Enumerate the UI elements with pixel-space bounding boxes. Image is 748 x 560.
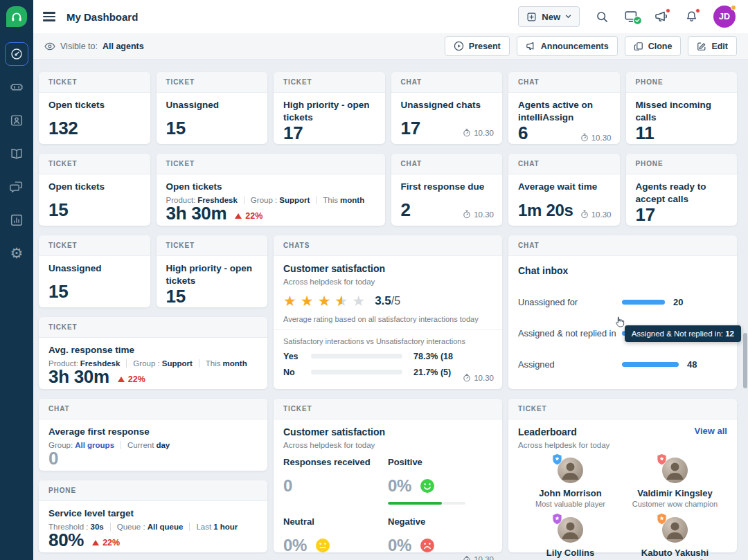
user-avatar[interactable]: JD — [713, 6, 736, 28]
sidebar-item-chat[interactable] — [5, 175, 28, 199]
announcements-button[interactable]: Announcements — [517, 36, 618, 56]
search-icon[interactable] — [594, 9, 609, 24]
view-all-link[interactable]: View all — [695, 426, 727, 436]
leaderboard-person: John Morrison Most valuable player — [518, 458, 623, 508]
chat-icon — [9, 179, 24, 195]
metric-value: 2 — [401, 201, 411, 219]
avatar-status-dot — [731, 5, 736, 10]
gear-icon: ⚙ — [10, 246, 24, 261]
timer-icon — [463, 128, 471, 137]
sidebar-item-tickets[interactable] — [5, 75, 28, 99]
dashboard-main: TICKET Open tickets 132 TICKET Unassigne… — [33, 60, 748, 560]
star-rating: ★★★★★★ — [283, 294, 365, 309]
metric-value: 17 — [283, 124, 303, 142]
header: My Dashboard New — [33, 0, 748, 33]
neutral-face-icon — [315, 538, 330, 553]
card-unassigned-tickets: TICKET Unassigned 15 — [157, 72, 268, 144]
refresh-time: 10.30 — [463, 128, 494, 137]
sidebar-item-contacts[interactable] — [5, 109, 28, 132]
inbox-row-assigned: Assigned 48 — [518, 359, 727, 370]
yes-bar — [311, 354, 402, 359]
trend-up-badge: 22% — [92, 538, 120, 549]
notification-dot — [666, 8, 670, 13]
assigned-bar[interactable] — [622, 362, 679, 367]
card-open-tickets-15: TICKET Open tickets 15 — [39, 154, 150, 226]
metric-value: 3h 30m — [166, 204, 227, 222]
card-unassigned-15: TICKET Unassigned 15 — [39, 235, 150, 307]
card-agents-ready: PHONE Agents ready to accept calls 17 — [626, 154, 738, 226]
metric-value: 0 — [48, 449, 58, 467]
present-button[interactable]: Present — [445, 36, 510, 56]
scrollbar-thumb[interactable] — [743, 333, 747, 388]
leaderboard-person: Kabuto Yakushi Speed racer — [623, 517, 727, 560]
timer-icon — [580, 210, 589, 219]
edit-button[interactable]: Edit — [688, 36, 737, 56]
metric-value: 15 — [48, 282, 68, 300]
triangle-up-icon — [118, 377, 125, 382]
happy-face-icon — [420, 478, 435, 494]
freshworks-logo[interactable] — [0, 0, 33, 33]
refresh-time: 10.30 — [580, 133, 612, 142]
card-chats-satisfaction: CHATS Customer satisfaction Across helpd… — [274, 235, 502, 389]
bar-tooltip: Assigned & Not replied in: 12 — [625, 325, 741, 342]
dashboard-icon — [9, 46, 24, 62]
card-first-response-due: CHAT First response due 2 10.30 — [391, 154, 503, 226]
card-chat-inbox: CHAT Chat inbox Unassigned for 20 Assign… — [508, 235, 737, 389]
positive-bar — [388, 502, 465, 505]
eye-icon — [44, 42, 55, 51]
avatar — [662, 517, 688, 543]
card-service-level-target: PHONE Service level target Threshold :30… — [39, 480, 267, 552]
metric-value: 15 — [48, 201, 68, 219]
timer-icon — [580, 133, 589, 142]
announcements-icon[interactable] — [654, 9, 669, 24]
megaphone-icon — [526, 41, 536, 51]
edit-icon — [697, 42, 706, 51]
card-ticket-satisfaction: TICKET Customer satisfaction Across help… — [274, 399, 502, 552]
sidebar-item-settings[interactable]: ⚙ — [5, 242, 28, 265]
hand-cursor-icon — [614, 316, 625, 329]
sidebar-item-dashboard[interactable] — [5, 42, 28, 66]
dashboard-toolbar: Visible to: All agents Present Announcem… — [33, 33, 748, 60]
headset-logo-icon — [6, 6, 27, 27]
card-high-priority-15: TICKET High priority - open tickets 15 — [157, 235, 268, 307]
card-avg-response-time: TICKET Avg. response time Product:Freshd… — [39, 317, 267, 389]
trend-up-badge: 22% — [118, 374, 145, 386]
refresh-time: 10.30 — [580, 210, 612, 219]
metric-value: 1m 20s — [518, 202, 573, 219]
avatar — [558, 517, 583, 543]
clone-icon — [634, 42, 643, 51]
metric-value: 15 — [166, 119, 186, 137]
card-avg-first-response: CHAT Average first response Group:All gr… — [39, 399, 267, 471]
award-badge-icon — [657, 513, 667, 525]
sidebar-item-solutions[interactable] — [5, 142, 28, 165]
timer-icon — [463, 555, 471, 560]
refresh-time: 10.30 — [463, 373, 494, 382]
present-icon — [454, 41, 464, 51]
contacts-icon — [9, 113, 24, 128]
card-open-tickets-132: TICKET Open tickets 132 — [39, 72, 150, 144]
sidebar-item-analytics[interactable] — [5, 208, 28, 232]
refresh-time: 10.30 — [463, 555, 494, 560]
plus-square-icon — [526, 12, 537, 22]
new-button[interactable]: New — [518, 6, 580, 27]
clone-button[interactable]: Clone — [625, 36, 682, 56]
all-groups-link[interactable]: All groups — [75, 441, 114, 449]
avatar — [662, 458, 688, 483]
metric-value: 132 — [48, 119, 78, 137]
metric-value: 3h 30m — [48, 368, 109, 386]
unassigned-for-bar[interactable] — [622, 300, 665, 305]
metric-value: 11 — [636, 124, 654, 142]
notifications-bell-icon[interactable] — [684, 9, 699, 24]
neutral-metric: Neutral 0% — [283, 516, 388, 560]
inbox-row-unassigned: Unassigned for 20 — [518, 297, 727, 307]
menu-toggle-icon[interactable] — [43, 12, 55, 21]
metric-value: 17 — [636, 206, 655, 224]
card-unassigned-chats: CHAT Unassigned chats 17 10.30 — [391, 72, 503, 144]
card-open-tickets-filtered: TICKET Open tickets Product:Freshdesk Gr… — [157, 154, 385, 226]
award-badge-icon — [552, 453, 562, 465]
responses-received-metric: Responses received 0 — [283, 457, 388, 505]
card-missed-calls: PHONE Missed incoming calls 11 — [626, 72, 738, 144]
card-high-priority-open: TICKET High priority - open tickets 17 — [274, 72, 385, 144]
card-leaderboard: TICKET Leaderboard Across helpdesk for t… — [508, 399, 737, 552]
app-switcher-icon[interactable] — [624, 9, 639, 24]
